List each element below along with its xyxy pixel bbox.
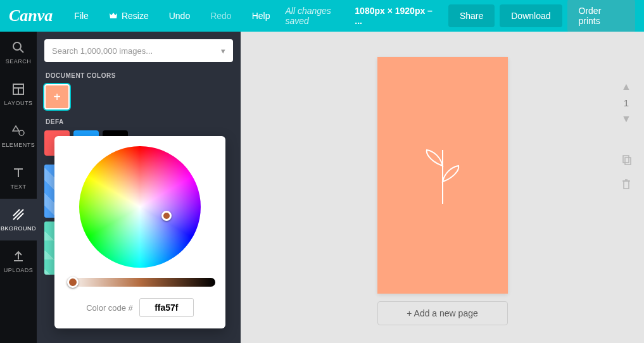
page-up-icon[interactable]: ▲ — [621, 81, 631, 92]
order-prints-button[interactable]: Order prints — [567, 0, 635, 32]
search-icon — [11, 41, 25, 54]
save-status: All changes saved — [285, 6, 355, 26]
artboard[interactable] — [377, 57, 508, 294]
top-bar: Canva File Resize Undo Redo Help All cha… — [0, 0, 644, 32]
default-colors-label: DEFA — [46, 118, 233, 125]
add-color-swatch[interactable]: + — [44, 84, 70, 109]
color-code-label: Color code # — [86, 303, 133, 313]
menu-file[interactable]: File — [64, 11, 99, 21]
side-panel: Search 1,000,000 images... ▾ DOCUMENT CO… — [37, 32, 241, 343]
rail-background-label: BKGROUND — [1, 225, 36, 232]
plant-icon — [420, 144, 465, 207]
menu-help[interactable]: Help — [242, 11, 281, 21]
menu-resize-label: Resize — [122, 11, 149, 21]
page-number: 1 — [624, 97, 629, 108]
search-input[interactable]: Search 1,000,000 images... ▾ — [44, 39, 233, 62]
color-picker: Color code # — [54, 136, 225, 328]
document-colors-label: DOCUMENT COLORS — [46, 72, 233, 79]
rail-layouts-label: LAYOUTS — [4, 100, 33, 106]
delete-page-icon[interactable] — [622, 179, 631, 192]
menu-resize[interactable]: Resize — [99, 11, 159, 21]
rail-elements-label: ELEMENTS — [2, 142, 35, 148]
share-button[interactable]: Share — [448, 4, 495, 27]
canvas-dimensions[interactable]: 1080px × 1920px – ... — [355, 6, 439, 26]
svg-rect-18 — [624, 181, 629, 189]
rail-text-label: TEXT — [10, 184, 26, 190]
rail-background[interactable]: BKGROUND — [0, 199, 37, 240]
svg-rect-16 — [625, 158, 631, 165]
color-code-input[interactable] — [139, 298, 194, 317]
rail-search-label: SEARCH — [6, 58, 32, 65]
chevron-down-icon: ▾ — [221, 46, 225, 56]
color-wheel[interactable] — [79, 146, 201, 268]
shade-slider[interactable] — [65, 278, 215, 287]
add-page-button[interactable]: + Add a new page — [377, 301, 508, 325]
text-icon — [11, 166, 25, 180]
side-rail: SEARCH LAYOUTS ELEMENTS TEXT BKGROUND UP… — [0, 32, 37, 343]
svg-marker-5 — [13, 126, 19, 131]
copy-page-icon[interactable] — [621, 155, 631, 168]
search-placeholder: Search 1,000,000 images... — [52, 46, 153, 56]
elements-icon — [11, 124, 25, 138]
svg-line-1 — [20, 49, 23, 53]
rail-elements[interactable]: ELEMENTS — [0, 115, 37, 157]
svg-point-0 — [13, 42, 21, 50]
rail-text[interactable]: TEXT — [0, 157, 37, 199]
shade-slider-handle[interactable] — [67, 277, 79, 288]
layouts-icon — [11, 82, 25, 96]
canva-logo: Canva — [9, 6, 53, 25]
canvas-area: + Add a new page ▲ 1 ▼ — [241, 32, 644, 343]
rail-search[interactable]: SEARCH — [0, 32, 37, 73]
svg-rect-15 — [623, 156, 629, 163]
download-button[interactable]: Download — [500, 4, 562, 27]
menu-redo[interactable]: Redo — [200, 11, 241, 21]
menu-undo[interactable]: Undo — [159, 11, 200, 21]
uploads-icon — [11, 249, 25, 263]
color-wheel-handle[interactable] — [161, 211, 172, 221]
page-controls: ▲ 1 ▼ — [621, 81, 631, 192]
crown-icon — [109, 11, 118, 21]
svg-point-6 — [19, 130, 24, 135]
rail-uploads[interactable]: UPLOADS — [0, 240, 37, 282]
rail-uploads-label: UPLOADS — [4, 267, 34, 273]
rail-layouts[interactable]: LAYOUTS — [0, 73, 37, 115]
background-icon — [11, 208, 25, 221]
page-down-icon[interactable]: ▼ — [621, 113, 631, 125]
